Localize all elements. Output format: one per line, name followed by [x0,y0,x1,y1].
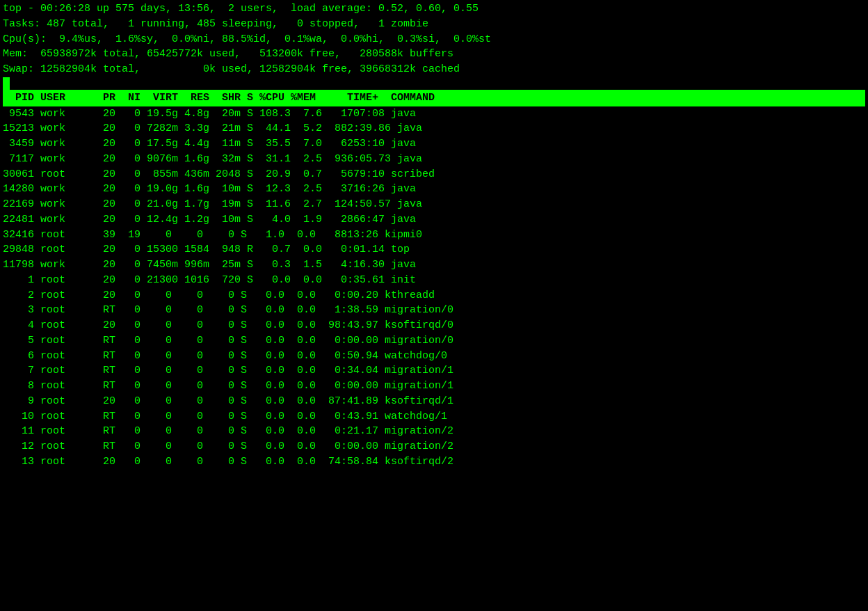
cursor [3,77,10,90]
table-row: 29848 root 20 0 15300 1584 948 R 0.7 0.0… [3,242,865,257]
header-line-2: Tasks: 487 total, 1 running, 485 sleepin… [3,17,865,32]
table-row: 22169 work 20 0 21.0g 1.7g 19m S 11.6 2.… [3,197,865,212]
header-line-1: top - 00:26:28 up 575 days, 13:56, 2 use… [3,1,865,17]
header-line-4: Mem: 65938972k total, 65425772k used, 51… [3,47,865,62]
table-row: 14280 work 20 0 19.0g 1.6g 10m S 12.3 2.… [3,182,865,197]
header-line-5: Swap: 12582904k total, 0k used, 12582904… [3,62,865,77]
table-row: 7117 work 20 0 9076m 1.6g 32m S 31.1 2.5… [3,152,865,167]
header-line-3: Cpu(s): 9.4%us, 1.6%sy, 0.0%ni, 88.5%id,… [3,32,865,47]
table-row: 1 root 20 0 21300 1016 720 S 0.0 0.0 0:3… [3,273,865,288]
terminal: top - 00:26:28 up 575 days, 13:56, 2 use… [0,0,868,471]
table-row: 9543 work 20 0 19.5g 4.8g 20m S 108.3 7.… [3,106,865,122]
table-header: PID USER PR NI VIRT RES SHR S %CPU %MEM … [3,90,865,106]
table-row: 3 root RT 0 0 0 0 S 0.0 0.0 1:38.59 migr… [3,303,865,318]
table-row: 12 root RT 0 0 0 0 S 0.0 0.0 0:00.00 mig… [3,439,865,454]
table-row: 9 root 20 0 0 0 0 S 0.0 0.0 87:41.89 kso… [3,394,865,409]
table-row: 8 root RT 0 0 0 0 S 0.0 0.0 0:00.00 migr… [3,379,865,394]
table-row: 32416 root 39 19 0 0 0 S 1.0 0.0 8813:26… [3,228,865,243]
table-row: 7 root RT 0 0 0 0 S 0.0 0.0 0:34.04 migr… [3,363,865,379]
table-row: 30061 root 20 0 855m 436m 2048 S 20.9 0.… [3,167,865,182]
table-row: 15213 work 20 0 7282m 3.3g 21m S 44.1 5.… [3,121,865,136]
table-row: 6 root RT 0 0 0 0 S 0.0 0.0 0:50.94 watc… [3,349,865,364]
table-body: 9543 work 20 0 19.5g 4.8g 20m S 108.3 7.… [3,106,865,470]
table-row: 11798 work 20 0 7450m 996m 25m S 0.3 1.5… [3,257,865,273]
table-row: 2 root 20 0 0 0 0 S 0.0 0.0 0:00.20 kthr… [3,288,865,303]
table-row: 4 root 20 0 0 0 0 S 0.0 0.0 98:43.97 kso… [3,318,865,333]
table-row: 3459 work 20 0 17.5g 4.4g 11m S 35.5 7.0… [3,136,865,152]
table-row: 11 root RT 0 0 0 0 S 0.0 0.0 0:21.17 mig… [3,424,865,439]
table-row: 22481 work 20 0 12.4g 1.2g 10m S 4.0 1.9… [3,212,865,228]
table-row: 10 root RT 0 0 0 0 S 0.0 0.0 0:43.91 wat… [3,409,865,424]
table-row: 5 root RT 0 0 0 0 S 0.0 0.0 0:00.00 migr… [3,333,865,349]
table-row: 13 root 20 0 0 0 0 S 0.0 0.0 74:58.84 ks… [3,454,865,470]
cursor-line [3,77,865,90]
